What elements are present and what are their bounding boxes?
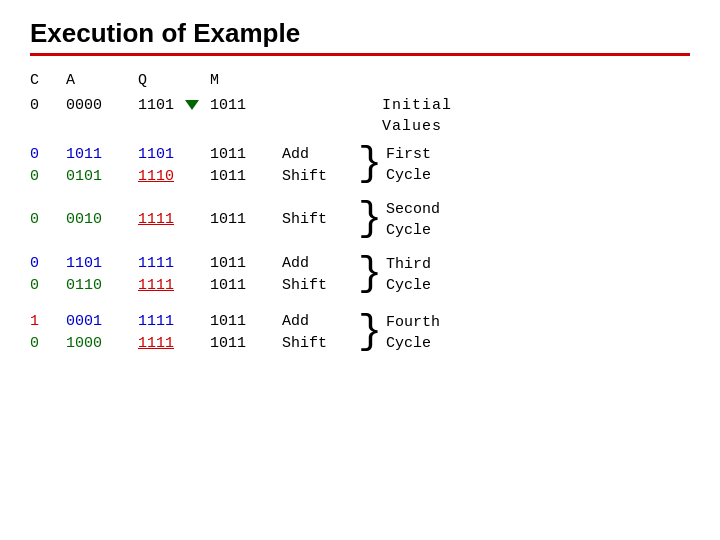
fourth-shift-op: Shift <box>282 333 354 354</box>
fourth-cycle-label: Fourth Cycle <box>386 312 440 354</box>
third-cycle-label: Third Cycle <box>386 254 431 296</box>
first-cycle-group: 0 1011 1101 1011 Add 0 0101 1110 1011 <box>30 141 690 189</box>
second-shift-m: 1011 <box>210 209 282 230</box>
second-cycle-word1: Second <box>386 199 440 220</box>
header-q: Q <box>138 70 210 91</box>
third-shift-c: 0 <box>30 275 66 296</box>
fourth-shift-a: 1000 <box>66 333 138 354</box>
first-brace: } <box>358 141 382 189</box>
third-brace: } <box>358 251 382 299</box>
second-cycle-group: 0 0010 1111 1011 Shift } Second Cycle <box>30 199 690 241</box>
first-shift-op: Shift <box>282 166 354 187</box>
second-cycle-label: Second Cycle <box>386 199 440 241</box>
fourth-add-a: 0001 <box>66 311 138 332</box>
fourth-add-m: 1011 <box>210 311 282 332</box>
first-cycle-word2: Cycle <box>386 165 431 186</box>
third-cycle-group: 0 1101 1111 1011 Add 0 0110 1111 1011 Sh… <box>30 251 690 299</box>
fourth-add-q-val: 1111 <box>138 313 174 330</box>
third-add-c: 0 <box>30 253 66 274</box>
first-cycle-rows: 0 1011 1101 1011 Add 0 0101 1110 1011 <box>30 144 354 187</box>
second-shift-q-val: 1111 <box>138 211 174 228</box>
third-add-row: 0 1101 1111 1011 Add <box>30 253 354 274</box>
fourth-cycle-word1: Fourth <box>386 312 440 333</box>
initial-row: 0 0000 1101 1011 Initial Values <box>30 95 690 137</box>
first-add-a: 1011 <box>66 144 138 165</box>
first-cycle-label: First Cycle <box>386 144 431 186</box>
third-shift-row: 0 0110 1111 1011 Shift <box>30 275 354 296</box>
second-cycle-rows: 0 0010 1111 1011 Shift <box>30 209 354 231</box>
fourth-shift-q-val: 1111 <box>138 335 174 352</box>
fourth-shift-m: 1011 <box>210 333 282 354</box>
fourth-add-q: 1111 <box>138 311 210 332</box>
third-shift-m: 1011 <box>210 275 282 296</box>
initial-m: 1011 <box>210 95 282 116</box>
page-title: Execution of Example <box>30 18 690 49</box>
title-underline <box>30 53 690 56</box>
first-shift-m: 1011 <box>210 166 282 187</box>
fourth-shift-q: 1111 <box>138 333 210 354</box>
first-add-op: Add <box>282 144 354 165</box>
third-add-q-val: 1111 <box>138 255 174 272</box>
initial-group: 0 0000 1101 1011 Initial Values <box>30 95 690 137</box>
fourth-shift-c: 0 <box>30 333 66 354</box>
header-m: M <box>210 70 282 91</box>
header-c: C <box>30 70 66 91</box>
third-cycle-word2: Cycle <box>386 275 431 296</box>
initial-c: 0 <box>30 95 66 116</box>
third-shift-op: Shift <box>282 275 354 296</box>
first-shift-q: 1110 <box>138 166 210 187</box>
first-add-c: 0 <box>30 144 66 165</box>
fourth-cycle-rows: 1 0001 1111 1011 Add 0 1000 1111 1011 Sh… <box>30 311 354 355</box>
fourth-add-op: Add <box>282 311 354 332</box>
first-shift-c: 0 <box>30 166 66 187</box>
table-area: C A Q M 0 0000 1101 1011 Initial Values <box>30 70 690 357</box>
third-add-op: Add <box>282 253 354 274</box>
third-shift-q-val: 1111 <box>138 277 174 294</box>
third-shift-q: 1111 <box>138 275 210 296</box>
initial-a: 0000 <box>66 95 138 116</box>
second-shift-a: 0010 <box>66 209 138 230</box>
fourth-cycle-group: 1 0001 1111 1011 Add 0 1000 1111 1011 Sh… <box>30 309 690 357</box>
third-cycle-rows: 0 1101 1111 1011 Add 0 0110 1111 1011 Sh… <box>30 253 354 297</box>
first-add-q-val: 1101 <box>138 146 174 163</box>
fourth-brace: } <box>358 309 382 357</box>
first-add-q: 1101 <box>138 144 210 165</box>
third-cycle-word1: Third <box>386 254 431 275</box>
second-shift-c: 0 <box>30 209 66 230</box>
fourth-shift-row: 0 1000 1111 1011 Shift <box>30 333 354 354</box>
third-add-m: 1011 <box>210 253 282 274</box>
first-cycle-word1: First <box>386 144 431 165</box>
second-shift-row: 0 0010 1111 1011 Shift <box>30 209 354 230</box>
q-arrow <box>185 100 199 110</box>
third-add-a: 1101 <box>66 253 138 274</box>
second-shift-q: 1111 <box>138 209 210 230</box>
fourth-cycle-word2: Cycle <box>386 333 440 354</box>
header-a: A <box>66 70 138 91</box>
first-shift-row: 0 0101 1110 1011 Shift <box>30 166 354 187</box>
page: Execution of Example C A Q M 0 0000 1101… <box>0 0 720 540</box>
third-add-q: 1111 <box>138 253 210 274</box>
initial-values-label: Initial Values <box>382 95 462 137</box>
initial-q-value: 1101 <box>138 97 174 114</box>
second-shift-op: Shift <box>282 209 354 230</box>
fourth-add-row: 1 0001 1111 1011 Add <box>30 311 354 332</box>
first-shift-a: 0101 <box>66 166 138 187</box>
third-shift-a: 0110 <box>66 275 138 296</box>
fourth-add-c: 1 <box>30 311 66 332</box>
first-shift-q-val: 1110 <box>138 168 174 185</box>
second-brace: } <box>358 200 382 240</box>
initial-q: 1101 <box>138 95 210 116</box>
first-add-m: 1011 <box>210 144 282 165</box>
first-add-row: 0 1011 1101 1011 Add <box>30 144 354 165</box>
second-cycle-word2: Cycle <box>386 220 440 241</box>
header-row: C A Q M <box>30 70 690 91</box>
